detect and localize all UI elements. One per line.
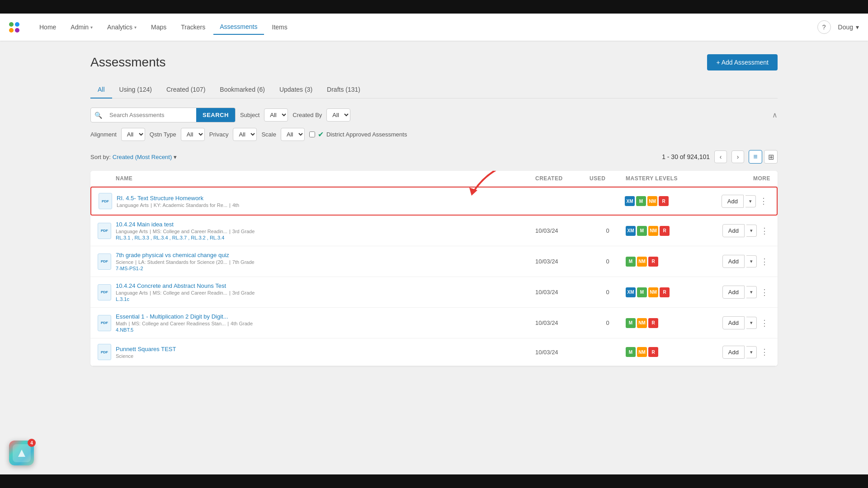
district-approved-filter[interactable]: ✔ District Approved Assessments — [309, 130, 407, 139]
mastery-m: M — [626, 347, 636, 357]
pagination-next[interactable]: › — [731, 150, 744, 163]
tab-drafts[interactable]: Drafts (131) — [320, 81, 368, 99]
more-options-button[interactable]: ⋮ — [759, 345, 770, 359]
mastery-xm: XM — [626, 287, 636, 297]
nav-right: ? Doug ▾ — [817, 20, 859, 34]
more-options-button[interactable]: ⋮ — [759, 286, 770, 299]
assessment-name[interactable]: 10.4.24 Concrete and Abstract Nouns Test — [116, 282, 535, 289]
mastery-nm: NM — [637, 257, 647, 267]
collapse-filters-button[interactable]: ∧ — [772, 111, 778, 119]
add-action-button[interactable]: Add — [722, 286, 745, 299]
subject-select[interactable]: All — [264, 108, 288, 122]
nav-link-assessments[interactable]: Assessments — [213, 19, 264, 35]
mastery-r: R — [659, 196, 669, 206]
table-row: PDF 7th grade physical vs chemical chang… — [90, 246, 778, 277]
row-name-cell: 10.4.24 Main idea test Language Arts | M… — [116, 221, 535, 240]
alignment-select[interactable]: All — [121, 128, 145, 141]
nav-link-analytics[interactable]: Analytics ▾ — [101, 20, 143, 34]
assessment-name[interactable]: Essential 1 - Multiplication 2 Digit by … — [116, 313, 535, 320]
pagination-prev[interactable]: ‹ — [714, 150, 727, 163]
add-action-button[interactable]: Add — [722, 195, 744, 208]
district-check-icon: ✔ — [318, 130, 324, 139]
privacy-select[interactable]: All — [233, 128, 257, 141]
mastery-r: R — [648, 347, 658, 357]
assessment-name[interactable]: Punnett Squares TEST — [116, 346, 535, 352]
search-button[interactable]: SEARCH — [196, 108, 235, 122]
assessment-name[interactable]: RI. 4.5- Text Structure Homework — [117, 195, 534, 202]
created-by-select[interactable]: All — [326, 108, 350, 122]
assessment-name[interactable]: 7th grade physical vs chemical change qu… — [116, 252, 535, 258]
add-dropdown-button[interactable]: ▾ — [746, 286, 757, 298]
tab-bookmarked[interactable]: Bookmarked (6) — [212, 81, 272, 99]
row-mastery-cell: M NM R — [626, 318, 716, 328]
row-action-cell: Add ▾ ⋮ — [715, 194, 769, 208]
assessment-icon: PDF — [98, 315, 111, 331]
nav-link-home[interactable]: Home — [33, 20, 62, 34]
mastery-nm: NM — [647, 196, 657, 206]
add-assessment-button[interactable]: + Add Assessment — [707, 54, 778, 70]
logo-dot-tr — [15, 22, 19, 27]
meta-sep2: | — [229, 202, 231, 208]
subject-label: Subject — [240, 112, 259, 118]
assessment-tags: 4.NBT.5 — [116, 327, 535, 333]
privacy-label: Privacy — [209, 131, 229, 138]
floating-app-badge[interactable]: 4 — [9, 441, 34, 465]
qstn-type-select[interactable]: All — [181, 128, 205, 141]
nav-link-trackers[interactable]: Trackers — [175, 20, 212, 34]
row-mastery-cell: M NM R — [626, 347, 716, 357]
mastery-nm: NM — [648, 287, 658, 297]
add-dropdown-button[interactable]: ▾ — [746, 225, 757, 237]
search-input[interactable] — [106, 109, 196, 121]
grid-view-toggle[interactable]: ⊞ — [764, 150, 778, 164]
tab-all[interactable]: All — [90, 81, 112, 99]
nav-link-maps[interactable]: Maps — [145, 20, 173, 34]
mastery-m: M — [626, 257, 636, 267]
row-used-cell: 0 — [590, 227, 626, 234]
admin-chevron-icon: ▾ — [90, 25, 93, 30]
notification-badge: 4 — [28, 439, 36, 447]
add-action-button[interactable]: Add — [722, 255, 745, 268]
tab-updates[interactable]: Updates (3) — [272, 81, 320, 99]
help-button[interactable]: ? — [817, 20, 831, 34]
row-icon-cell: PDF — [99, 193, 117, 209]
add-action-button[interactable]: Add — [722, 316, 745, 329]
mastery-nm: NM — [648, 226, 658, 236]
add-dropdown-button[interactable]: ▾ — [746, 317, 757, 329]
nav-link-items[interactable]: Items — [266, 20, 294, 34]
user-menu[interactable]: Doug ▾ — [838, 23, 859, 31]
more-options-button[interactable]: ⋮ — [759, 316, 770, 330]
table-row: PDF Essential 1 - Multiplication 2 Digit… — [90, 308, 778, 338]
tab-using[interactable]: Using (124) — [112, 81, 159, 99]
table-row: PDF 10.4.24 Main idea test Language Arts… — [90, 216, 778, 246]
add-action-button[interactable]: Add — [722, 224, 745, 237]
row-icon-cell: PDF — [98, 284, 116, 300]
list-view-toggle[interactable]: ≡ — [749, 150, 762, 164]
sort-by-control[interactable]: Sort by: Created (Most Recent) ▾ — [90, 154, 177, 160]
row-icon-cell: PDF — [98, 223, 116, 239]
district-approved-checkbox[interactable] — [309, 131, 315, 137]
more-options-button[interactable]: ⋮ — [758, 194, 769, 208]
scale-select[interactable]: All — [281, 128, 305, 141]
nav-link-admin[interactable]: Admin ▾ — [64, 20, 99, 34]
row-created-cell: 10/03/24 — [535, 227, 590, 234]
add-action-button[interactable]: Add — [722, 346, 745, 359]
more-options-button[interactable]: ⋮ — [759, 224, 770, 238]
assessment-name[interactable]: 10.4.24 Main idea test — [116, 221, 535, 228]
assessment-meta: Science | LA: Student Standards for Scie… — [116, 259, 535, 265]
assessment-tags: L.3.1c — [116, 296, 535, 302]
mastery-r: R — [648, 318, 658, 328]
scale-label: Scale — [261, 131, 276, 138]
row-icon-cell: PDF — [98, 315, 116, 331]
assessment-meta: Language Arts | MS: College and Career R… — [116, 290, 535, 296]
add-dropdown-button[interactable]: ▾ — [746, 255, 757, 267]
pagination-range: 1 - 30 of 924,101 — [662, 153, 710, 160]
more-options-button[interactable]: ⋮ — [759, 255, 770, 268]
tab-created[interactable]: Created (107) — [159, 81, 212, 99]
mastery-xm: XM — [626, 226, 636, 236]
logo[interactable] — [9, 22, 22, 33]
add-dropdown-button[interactable]: ▾ — [746, 346, 757, 358]
meta-standard: KY: Academic Standards for Re... — [154, 202, 227, 208]
nav-links: Home Admin ▾ Analytics ▾ Maps Trackers A… — [33, 19, 817, 35]
add-dropdown-button[interactable]: ▾ — [745, 195, 756, 207]
sort-by-label: Sort by: — [90, 154, 111, 160]
